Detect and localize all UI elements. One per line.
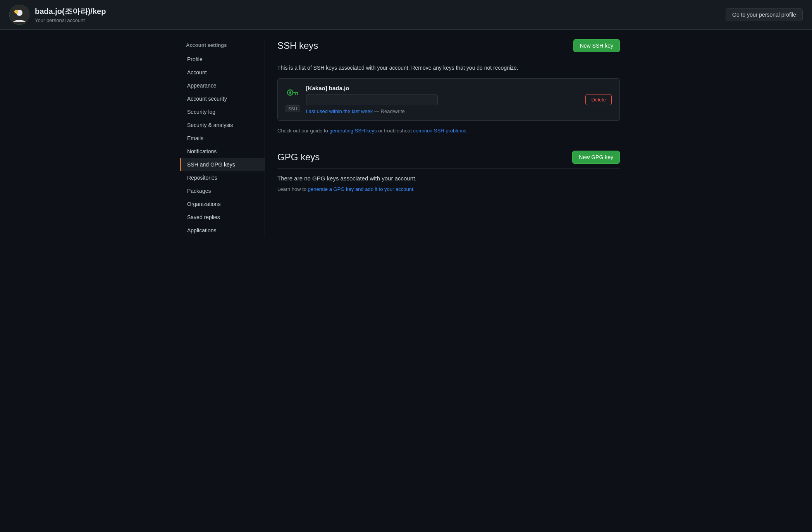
generate-gpg-key-link[interactable]: generate a GPG key and add it to your ac… xyxy=(308,186,413,192)
sidebar-item-account[interactable]: Account xyxy=(180,66,265,79)
profile-button[interactable]: Go to your personal profile xyxy=(726,8,803,21)
generating-ssh-keys-link[interactable]: generating SSH keys xyxy=(329,128,377,134)
new-gpg-key-button[interactable]: New GPG key xyxy=(572,151,620,164)
svg-point-4 xyxy=(289,91,291,94)
last-used-separator: — xyxy=(374,108,381,114)
sidebar-heading: Account settings xyxy=(180,39,265,51)
sidebar-item-security-log[interactable]: Security log xyxy=(180,105,265,118)
sidebar-item-applications[interactable]: Applications xyxy=(180,224,265,237)
key-icon-area: SSH xyxy=(286,87,300,112)
main-content: SSH keys New SSH key This is a list of S… xyxy=(265,39,632,237)
helper-suffix: . xyxy=(466,128,468,134)
helper-prefix: Check out our guide to xyxy=(277,128,329,134)
svg-point-2 xyxy=(14,10,18,14)
ssh-section: SSH keys New SSH key This is a list of S… xyxy=(277,39,620,135)
svg-rect-7 xyxy=(295,93,296,95)
sidebar-item-ssh-gpg[interactable]: SSH and GPG keys xyxy=(180,158,265,171)
key-fingerprint xyxy=(306,94,438,105)
new-ssh-key-button[interactable]: New SSH key xyxy=(573,39,620,52)
ssh-helper-text: Check out our guide to generating SSH ke… xyxy=(277,127,620,135)
sidebar-item-packages[interactable]: Packages xyxy=(180,184,265,197)
key-icon xyxy=(286,87,299,104)
last-used-access: Read/write xyxy=(381,108,405,114)
main-layout: Account settings Profile Account Appeara… xyxy=(174,30,638,246)
ssh-badge: SSH xyxy=(286,105,300,112)
key-details: [Kakao] bada.jo Last used within the las… xyxy=(306,85,580,114)
sidebar-item-repositories[interactable]: Repositories xyxy=(180,171,265,184)
ssh-description: This is a list of SSH keys associated wi… xyxy=(277,63,620,72)
svg-rect-5 xyxy=(293,92,298,93)
top-bar-left: bada.jo(조아라)/kep Your personal account xyxy=(9,5,106,25)
user-info: bada.jo(조아라)/kep Your personal account xyxy=(35,6,106,23)
sidebar-item-saved-replies[interactable]: Saved replies xyxy=(180,211,265,224)
sidebar-item-emails[interactable]: Emails xyxy=(180,132,265,145)
sidebar-item-appearance[interactable]: Appearance xyxy=(180,79,265,92)
helper-mid: or troubleshoot xyxy=(377,128,413,134)
no-gpg-keys-text: There are no GPG keys associated with yo… xyxy=(277,175,620,182)
sidebar-item-profile[interactable]: Profile xyxy=(180,53,265,66)
sidebar-item-account-security[interactable]: Account security xyxy=(180,92,265,105)
key-name: [Kakao] bada.jo xyxy=(306,85,580,91)
gpg-learn-suffix: . xyxy=(413,186,415,192)
ssh-section-header: SSH keys New SSH key xyxy=(277,39,620,57)
key-last-used: Last used within the last week — Read/wr… xyxy=(306,108,580,114)
gpg-learn-prefix: Learn how to xyxy=(277,186,308,192)
gpg-section-title: GPG keys xyxy=(277,152,320,163)
gpg-helper-text: Learn how to generate a GPG key and add … xyxy=(277,185,620,194)
gpg-section: GPG keys New GPG key There are no GPG ke… xyxy=(277,151,620,194)
sidebar: Account settings Profile Account Appeara… xyxy=(180,39,265,237)
account-subtitle: Your personal account xyxy=(35,17,106,23)
sidebar-item-organizations[interactable]: Organizations xyxy=(180,197,265,211)
last-used-time: Last used within the last week xyxy=(306,108,373,114)
username: bada.jo(조아라)/kep xyxy=(35,6,106,17)
sidebar-item-security-analysis[interactable]: Security & analysis xyxy=(180,118,265,132)
avatar xyxy=(9,5,29,25)
ssh-section-title: SSH keys xyxy=(277,40,318,51)
sidebar-item-notifications[interactable]: Notifications xyxy=(180,145,265,158)
common-ssh-problems-link[interactable]: common SSH problems xyxy=(413,128,466,134)
top-bar: bada.jo(조아라)/kep Your personal account G… xyxy=(0,0,812,30)
delete-key-button[interactable]: Delete xyxy=(585,94,612,105)
ssh-key-card: SSH [Kakao] bada.jo Last used within the… xyxy=(277,78,620,121)
svg-rect-6 xyxy=(297,93,298,95)
gpg-section-header: GPG keys New GPG key xyxy=(277,151,620,169)
